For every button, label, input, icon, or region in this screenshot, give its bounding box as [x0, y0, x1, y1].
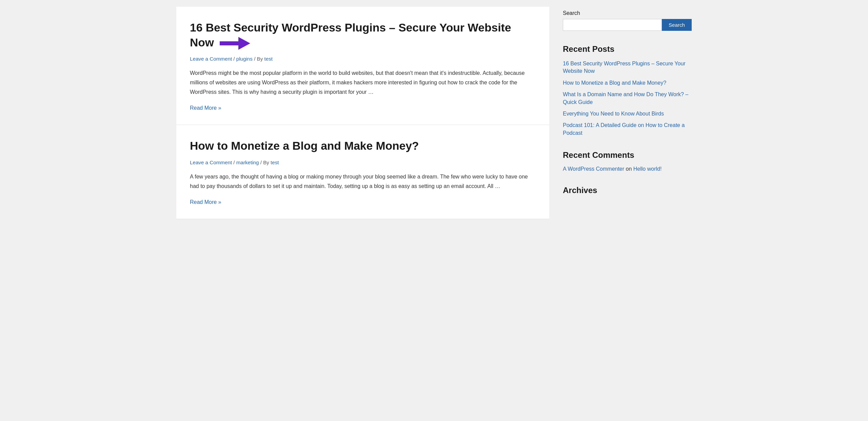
leave-comment-link-2[interactable]: Leave a Comment — [190, 160, 232, 165]
post-title-1: 16 Best Security WordPress Plugins – Sec… — [190, 20, 532, 50]
meta-sep-2: / — [232, 160, 236, 165]
list-item: What Is a Domain Name and How Do They Wo… — [563, 91, 692, 106]
category-link-1[interactable]: plugins — [236, 56, 253, 62]
page-wrapper: 16 Best Security WordPress Plugins – Sec… — [170, 0, 698, 226]
search-button[interactable]: Search — [662, 19, 692, 31]
svg-marker-0 — [220, 37, 250, 50]
recent-post-link-1[interactable]: How to Monetize a Blog and Make Money? — [563, 80, 666, 86]
search-widget: Search Search — [563, 10, 692, 31]
post-title-text-2: How to Monetize a Blog and Make Money? — [190, 140, 419, 152]
list-item: Everything You Need to Know About Birds — [563, 110, 692, 118]
recent-post-link-3[interactable]: Everything You Need to Know About Birds — [563, 111, 664, 117]
comment-entry: A WordPress Commenter on Hello world! — [563, 166, 692, 172]
sidebar: Search Search Recent Posts 16 Best Secur… — [563, 7, 692, 219]
commenter-link[interactable]: A WordPress Commenter — [563, 166, 624, 172]
search-input[interactable] — [563, 19, 662, 31]
post-excerpt-2: A few years ago, the thought of having a… — [190, 172, 532, 191]
recent-post-link-4[interactable]: Podcast 101: A Detailed Guide on How to … — [563, 122, 685, 135]
post-meta-2: Leave a Comment / marketing / By test — [190, 160, 532, 165]
search-form: Search — [563, 19, 692, 31]
post-title-2: How to Monetize a Blog and Make Money? — [190, 139, 419, 153]
arrow-decoration — [220, 37, 250, 50]
recent-posts-section: Recent Posts 16 Best Security WordPress … — [563, 44, 692, 137]
leave-comment-link-1[interactable]: Leave a Comment — [190, 56, 232, 62]
recent-comments-section: Recent Comments A WordPress Commenter on… — [563, 150, 692, 172]
post-meta-1: Leave a Comment / plugins / By test — [190, 56, 532, 62]
post-article-2: How to Monetize a Blog and Make Money? L… — [176, 125, 549, 219]
list-item: How to Monetize a Blog and Make Money? — [563, 79, 692, 87]
list-item: Podcast 101: A Detailed Guide on How to … — [563, 122, 692, 137]
search-label: Search — [563, 10, 692, 16]
recent-posts-title: Recent Posts — [563, 44, 692, 54]
read-more-link-1[interactable]: Read More » — [190, 105, 221, 111]
recent-comments-title: Recent Comments — [563, 150, 692, 160]
meta-by-2: / By — [259, 160, 271, 165]
main-content: 16 Best Security WordPress Plugins – Sec… — [176, 7, 549, 219]
author-link-1[interactable]: test — [264, 56, 273, 62]
meta-sep-1: / — [232, 56, 236, 62]
recent-post-link-0[interactable]: 16 Best Security WordPress Plugins – Sec… — [563, 61, 686, 74]
list-item: 16 Best Security WordPress Plugins – Sec… — [563, 60, 692, 75]
author-link-2[interactable]: test — [271, 160, 279, 165]
archives-title: Archives — [563, 186, 692, 195]
recent-post-link-2[interactable]: What Is a Domain Name and How Do They Wo… — [563, 91, 688, 105]
post-article-1: 16 Best Security WordPress Plugins – Sec… — [176, 7, 549, 125]
archives-section: Archives — [563, 186, 692, 195]
category-link-2[interactable]: marketing — [236, 160, 259, 165]
meta-by-1: / By — [253, 56, 264, 62]
post-excerpt-1: WordPress might be the most popular plat… — [190, 68, 532, 97]
recent-posts-list: 16 Best Security WordPress Plugins – Sec… — [563, 60, 692, 137]
comment-post-link[interactable]: Hello world! — [633, 166, 662, 172]
comment-on-text: on — [626, 166, 633, 172]
read-more-link-2[interactable]: Read More » — [190, 199, 221, 205]
